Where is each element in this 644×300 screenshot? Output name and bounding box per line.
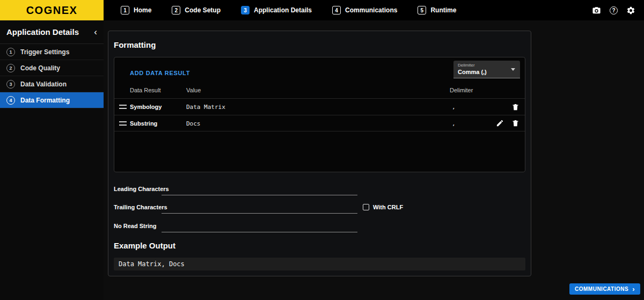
step-application-details[interactable]: 3 Application Details [241, 6, 312, 14]
item-number: 1 [6, 48, 15, 56]
header-value: Value [186, 87, 201, 93]
with-crlf-option: With CRLF [363, 204, 403, 210]
leading-characters-input[interactable] [162, 186, 357, 195]
example-output-title: Example Output [114, 241, 175, 250]
sidebar-item-code-quality[interactable]: 2 Code Quality [0, 60, 104, 76]
step-code-setup[interactable]: 2 Code Setup [172, 6, 221, 14]
gear-icon[interactable] [626, 6, 635, 15]
row-actions [495, 119, 519, 128]
dropdown-value: Comma (,) [458, 69, 516, 75]
header-delimiter: Delimiter [450, 87, 473, 93]
row-value: Data Matrix [186, 104, 225, 111]
no-read-string-label: No Read String [114, 223, 156, 229]
data-result-card: ADD DATA RESULT Delimiter Comma (,) Data… [114, 57, 525, 172]
step-number: 3 [241, 6, 250, 14]
step-home[interactable]: 1 Home [121, 6, 151, 14]
trailing-characters-input[interactable] [162, 204, 357, 214]
drag-handle-icon[interactable] [119, 121, 127, 126]
row-result: Substring [130, 120, 157, 127]
trailing-characters-label: Trailing Characters [114, 204, 167, 210]
drag-handle-icon[interactable] [119, 105, 127, 109]
communications-next-button[interactable]: COMMUNICATIONS › [569, 283, 640, 295]
camera-icon[interactable] [592, 6, 601, 15]
sidebar-item-trigger-settings[interactable]: 1 Trigger Settings [0, 44, 104, 60]
edit-icon[interactable] [495, 119, 504, 128]
item-number: 4 [6, 96, 15, 105]
row-actions [511, 103, 519, 111]
table-row: Substring Docs , [114, 115, 525, 131]
formatting-panel: Formatting ADD DATA RESULT Delimiter Com… [108, 31, 531, 276]
step-label: Runtime [430, 6, 456, 14]
topbar: COGNEX 1 Home 2 Code Setup 3 Application… [0, 0, 644, 20]
row-delimiter: , [452, 120, 456, 127]
topbar-icons: ? [592, 6, 635, 15]
row-result: Symbology [130, 104, 162, 110]
step-runtime[interactable]: 5 Runtime [418, 6, 456, 14]
step-label: Communications [345, 6, 397, 14]
row-value: Docs [186, 120, 201, 127]
with-crlf-checkbox[interactable] [363, 204, 369, 210]
step-number: 5 [418, 6, 426, 14]
sidebar-item-label: Trigger Settings [20, 48, 69, 56]
leading-characters-label: Leading Characters [114, 186, 169, 192]
step-communications[interactable]: 4 Communications [332, 6, 397, 14]
step-label: Home [134, 6, 151, 14]
sidebar-item-label: Data Validation [20, 81, 67, 88]
sidebar-item-label: Code Quality [20, 64, 60, 72]
panel-title: Formatting [114, 40, 156, 49]
chevron-down-icon [511, 68, 515, 71]
item-number: 3 [6, 80, 15, 89]
no-read-string-input[interactable] [162, 223, 357, 232]
step-number: 1 [121, 6, 129, 14]
chevron-right-icon: › [632, 286, 635, 292]
sidebar-title: Application Details [6, 27, 79, 36]
add-data-result-button[interactable]: ADD DATA RESULT [130, 70, 190, 76]
delete-icon[interactable] [511, 103, 519, 111]
sidebar-item-data-formatting[interactable]: 4 Data Formatting [0, 92, 104, 108]
sidebar-item-label: Data Formatting [20, 97, 70, 104]
table-header: Data Result Value Delimiter [114, 85, 525, 98]
sidebar-item-data-validation[interactable]: 3 Data Validation [0, 76, 104, 92]
example-output-value: Data Matrix, Docs [114, 258, 525, 270]
cognex-logo: COGNEX [0, 0, 104, 20]
delete-icon[interactable] [511, 119, 519, 128]
communications-next-label: COMMUNICATIONS [575, 286, 628, 292]
row-delimiter: , [452, 104, 456, 111]
dropdown-label: Delimiter [458, 63, 516, 68]
item-number: 2 [6, 64, 15, 72]
step-number: 2 [172, 6, 180, 14]
step-number: 4 [332, 6, 341, 14]
step-label: Code Setup [185, 6, 221, 14]
with-crlf-label: With CRLF [373, 204, 403, 210]
wizard-steps: 1 Home 2 Code Setup 3 Application Detail… [121, 6, 456, 14]
sidebar: Application Details ‹ 1 Trigger Settings… [0, 20, 104, 300]
step-label: Application Details [254, 6, 312, 14]
help-icon[interactable]: ? [610, 6, 618, 14]
table-row: Symbology Data Matrix , [114, 98, 525, 115]
sidebar-header: Application Details ‹ [0, 20, 104, 44]
chevron-left-icon[interactable]: ‹ [94, 27, 97, 36]
delimiter-dropdown[interactable]: Delimiter Comma (,) [453, 61, 520, 78]
header-data-result: Data Result [130, 87, 160, 93]
